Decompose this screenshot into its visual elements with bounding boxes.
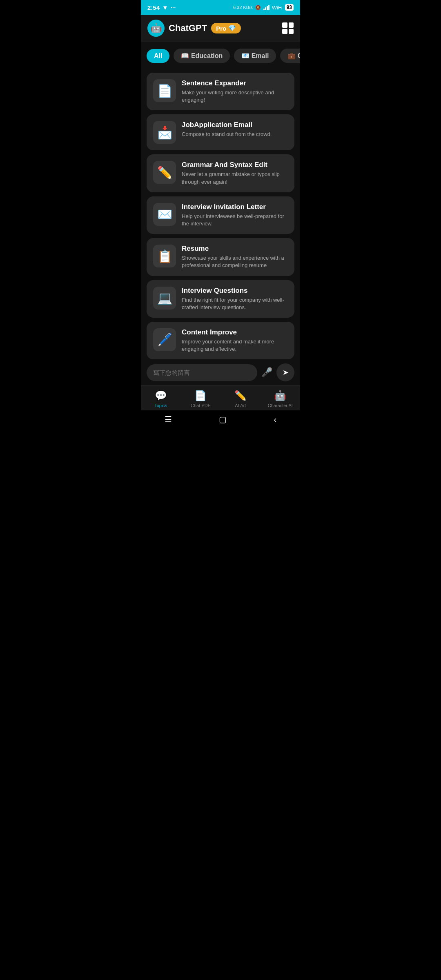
resume-icon: 📋 [153, 245, 176, 267]
nav-character-ai[interactable]: 🤖 Character AI [266, 390, 294, 408]
content-improve-text: Content Improve Improve your content and… [182, 328, 288, 353]
interview-questions-text: Interview Questions Find the right fit f… [182, 287, 288, 311]
nav-chat-pdf[interactable]: 📄 Chat PDF [186, 390, 215, 408]
grid-menu-icon[interactable] [282, 22, 294, 34]
status-bar: 2:54 ▼ ··· 6.32 KB/s 🔕 WiFi 93 [141, 0, 300, 15]
interview-invitation-title: Interview Invitation Letter [182, 203, 288, 211]
status-time: 2:54 [147, 4, 160, 11]
filter-email[interactable]: 📧 Email [234, 49, 276, 63]
system-nav-bar: ☰ ▢ ‹ [141, 410, 300, 428]
status-indicator: ▼ [162, 4, 168, 11]
wifi-icon: WiFi [272, 4, 283, 11]
content-improve-desc: Improve your content and make it more en… [182, 338, 288, 353]
job-application-email-icon: 📩 [153, 121, 176, 144]
microphone-icon[interactable]: 🎤 [261, 367, 272, 378]
interview-questions-title: Interview Questions [182, 287, 288, 295]
grammar-syntax-desc: Never let a grammar mistake or typos sli… [182, 171, 288, 185]
job-application-email-text: JobApplication Email Compose to stand ou… [182, 121, 288, 138]
sentence-expander-text: Sentence Expander Make your writing more… [182, 79, 288, 104]
home-button[interactable]: ▢ [219, 414, 227, 424]
status-left: 2:54 ▼ ··· [147, 4, 176, 11]
interview-invitation-desc: Help your interviewees be well-prepared … [182, 213, 288, 227]
interview-invitation-icon: ✉️ [153, 203, 176, 226]
content-improve-icon: 🖊️ [153, 328, 176, 351]
signal-bars [263, 5, 270, 10]
topics-icon: 💬 [155, 390, 167, 401]
status-dots: ··· [171, 4, 176, 11]
interview-questions-desc: Find the right fit for your company with… [182, 296, 288, 311]
filter-career[interactable]: 💼 Career [280, 49, 300, 63]
character-ai-icon: 🤖 [274, 390, 286, 401]
tool-card-sentence-expander[interactable]: 📄 Sentence Expander Make your writing mo… [147, 73, 294, 110]
app-header: 🤖 ChatGPT Pro 💎 [141, 15, 300, 42]
bell-icon: 🔕 [255, 5, 261, 10]
nav-ai-art[interactable]: ✏️ AI Art [226, 390, 255, 408]
tool-card-content-improve[interactable]: 🖊️ Content Improve Improve your content … [147, 322, 294, 359]
tool-card-job-application-email[interactable]: 📩 JobApplication Email Compose to stand … [147, 114, 294, 150]
filter-all[interactable]: All [147, 49, 169, 63]
sentence-expander-title: Sentence Expander [182, 79, 288, 87]
chat-pdf-label: Chat PDF [191, 403, 210, 408]
header-left: 🤖 ChatGPT Pro 💎 [147, 20, 241, 37]
tools-list: 📄 Sentence Expander Make your writing mo… [141, 69, 300, 359]
filter-education[interactable]: 📖 Education [174, 49, 230, 63]
grammar-syntax-title: Grammar And Syntax Edit [182, 161, 288, 169]
message-input[interactable] [147, 364, 257, 381]
topics-label: Topics [154, 403, 167, 408]
tool-card-interview-questions[interactable]: 💻 Interview Questions Find the right fit… [147, 280, 294, 318]
character-ai-label: Character AI [268, 403, 293, 408]
resume-text: Resume Showcase your skills and experien… [182, 245, 288, 269]
ai-art-label: AI Art [235, 403, 246, 408]
grammar-syntax-text: Grammar And Syntax Edit Never let a gram… [182, 161, 288, 185]
send-icon: ➤ [283, 368, 289, 377]
grammar-syntax-icon: ✏️ [153, 161, 176, 184]
sentence-expander-desc: Make your writing more descriptive and e… [182, 89, 288, 104]
network-speed: 6.32 KB/s [233, 5, 253, 10]
sentence-expander-icon: 📄 [153, 79, 176, 102]
tool-card-grammar-syntax[interactable]: ✏️ Grammar And Syntax Edit Never let a g… [147, 154, 294, 192]
nav-topics[interactable]: 💬 Topics [147, 390, 175, 408]
job-application-email-title: JobApplication Email [182, 121, 288, 129]
status-right: 6.32 KB/s 🔕 WiFi 93 [233, 4, 294, 11]
resume-title: Resume [182, 245, 288, 253]
app-title: ChatGPT [169, 23, 207, 33]
pro-label: Pro [216, 25, 226, 32]
menu-button[interactable]: ☰ [165, 414, 172, 424]
tool-card-resume[interactable]: 📋 Resume Showcase your skills and experi… [147, 238, 294, 276]
interview-questions-icon: 💻 [153, 287, 176, 310]
ai-art-icon: ✏️ [234, 390, 247, 401]
tool-card-interview-invitation[interactable]: ✉️ Interview Invitation Letter Help your… [147, 196, 294, 234]
send-button[interactable]: ➤ [276, 363, 294, 381]
diamond-icon: 💎 [228, 24, 236, 32]
app-logo: 🤖 [147, 20, 165, 37]
resume-desc: Showcase your skills and experience with… [182, 254, 288, 269]
bottom-nav: 💬 Topics 📄 Chat PDF ✏️ AI Art 🤖 Characte… [141, 385, 300, 410]
interview-invitation-text: Interview Invitation Letter Help your in… [182, 203, 288, 227]
pro-badge[interactable]: Pro 💎 [211, 23, 241, 33]
content-improve-title: Content Improve [182, 328, 288, 336]
battery-indicator: 93 [285, 4, 294, 11]
filter-row: All 📖 Education 📧 Email 💼 Career [141, 42, 300, 69]
chat-pdf-icon: 📄 [194, 390, 207, 401]
job-application-email-desc: Compose to stand out from the crowd. [182, 131, 288, 138]
back-button[interactable]: ‹ [274, 415, 277, 424]
input-bar: 🎤 ➤ [141, 359, 300, 385]
